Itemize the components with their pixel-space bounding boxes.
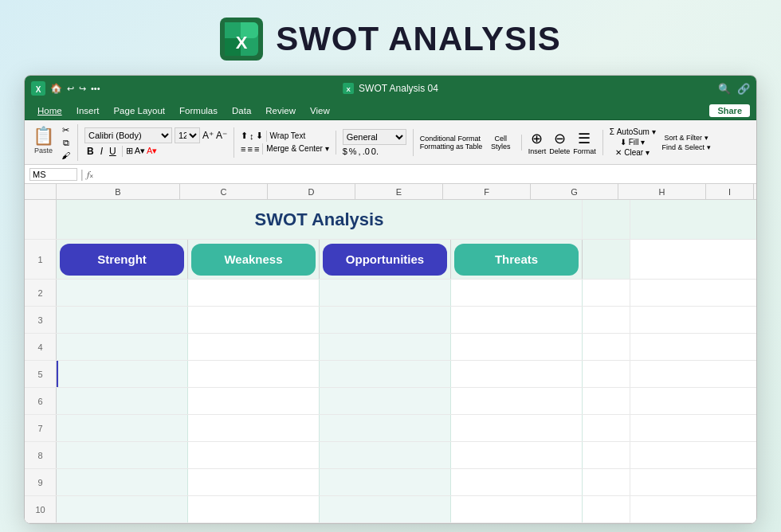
- border-button[interactable]: ⊞: [126, 146, 133, 156]
- insert-cells-button[interactable]: ⊕Insert: [528, 130, 547, 155]
- data-cell-c7[interactable]: [188, 415, 320, 441]
- menu-review[interactable]: Review: [259, 104, 302, 117]
- format-cells-button[interactable]: ☰Format: [573, 130, 596, 155]
- align-left-button[interactable]: ≡: [241, 143, 245, 155]
- data-cell-b5[interactable]: [57, 361, 188, 387]
- col-header-f[interactable]: F: [443, 184, 531, 199]
- cut-button[interactable]: ✂: [59, 124, 73, 136]
- data-cell-c4[interactable]: [188, 334, 320, 360]
- format-painter-button[interactable]: 🖌: [59, 150, 73, 161]
- data-cell-d10[interactable]: [320, 496, 451, 522]
- col-header-h[interactable]: H: [618, 184, 706, 199]
- data-cell-e10[interactable]: [451, 496, 583, 522]
- decimal-decrease-button[interactable]: 0.: [371, 147, 379, 156]
- redo-icon[interactable]: ↪: [79, 84, 86, 94]
- menu-view[interactable]: View: [304, 104, 336, 117]
- percent-button[interactable]: %: [349, 147, 357, 156]
- data-cell-c8[interactable]: [188, 442, 320, 468]
- data-cell-e7[interactable]: [451, 415, 583, 441]
- data-cell-b9[interactable]: [57, 469, 188, 495]
- data-cell-d8[interactable]: [320, 442, 451, 468]
- data-cell-d4[interactable]: [320, 334, 451, 360]
- align-bottom-button[interactable]: ⬇: [256, 131, 263, 142]
- formula-input[interactable]: [100, 170, 752, 179]
- underline-button[interactable]: U: [107, 145, 119, 158]
- merge-center-button[interactable]: Merge & Center ▾: [266, 143, 328, 155]
- data-cell-b4[interactable]: [57, 334, 188, 360]
- copy-button[interactable]: ⧉: [59, 137, 73, 149]
- col-header-i[interactable]: I: [706, 184, 754, 199]
- share-button[interactable]: Share: [709, 104, 750, 117]
- data-cell-c3[interactable]: [188, 307, 320, 333]
- col-header-e[interactable]: E: [355, 184, 443, 199]
- font-size-decrease-button[interactable]: A⁻: [216, 130, 227, 141]
- data-cell-d5[interactable]: [320, 361, 451, 387]
- currency-button[interactable]: $: [343, 147, 347, 156]
- autosum-button[interactable]: Σ AutoSum ▾: [610, 127, 656, 136]
- data-cell-e6[interactable]: [451, 388, 583, 414]
- data-cell-b8[interactable]: [57, 442, 188, 468]
- col-header-d[interactable]: D: [268, 184, 355, 199]
- comma-button[interactable]: ,: [359, 147, 361, 156]
- data-cell-e3[interactable]: [451, 307, 583, 333]
- paste-button[interactable]: 📋 Paste: [29, 124, 57, 156]
- align-center-button[interactable]: ≡: [247, 143, 252, 155]
- data-cell-c2[interactable]: [188, 280, 320, 306]
- strength-header-btn[interactable]: Strenght: [60, 244, 184, 276]
- number-format-select[interactable]: General: [343, 129, 406, 145]
- undo-icon[interactable]: ↩: [67, 84, 74, 94]
- more-icon[interactable]: •••: [91, 84, 100, 93]
- data-cell-c6[interactable]: [188, 388, 320, 414]
- search-icon[interactable]: 🔍: [718, 83, 731, 95]
- align-top-button[interactable]: ⬆: [241, 131, 248, 142]
- menu-home[interactable]: Home: [31, 104, 69, 117]
- data-cell-e4[interactable]: [451, 334, 583, 360]
- cell-styles-button[interactable]: Cell Styles: [487, 135, 515, 151]
- fill-color-button[interactable]: A▾: [135, 146, 145, 156]
- weakness-header-btn[interactable]: Weakness: [191, 244, 316, 276]
- data-cell-c10[interactable]: [188, 496, 320, 522]
- menu-page-layout[interactable]: Page Layout: [107, 104, 171, 117]
- data-cell-d7[interactable]: [320, 415, 451, 441]
- share-link-icon[interactable]: 🔗: [737, 83, 750, 95]
- data-cell-d9[interactable]: [320, 469, 451, 495]
- font-name-select[interactable]: Calibri (Body): [84, 127, 172, 143]
- data-cell-c5[interactable]: [188, 361, 320, 387]
- data-cell-b2[interactable]: [57, 280, 188, 306]
- data-cell-e8[interactable]: [451, 442, 583, 468]
- font-size-increase-button[interactable]: A⁺: [202, 130, 214, 141]
- data-cell-b3[interactable]: [57, 307, 188, 333]
- data-cell-d2[interactable]: [320, 280, 451, 306]
- data-cell-e2[interactable]: [451, 280, 583, 306]
- data-cell-e9[interactable]: [451, 469, 583, 495]
- opportunities-header-btn[interactable]: Opportunities: [323, 244, 447, 276]
- col-header-g[interactable]: G: [531, 184, 618, 199]
- menu-data[interactable]: Data: [226, 104, 257, 117]
- font-color-button[interactable]: A▾: [147, 146, 157, 156]
- align-right-button[interactable]: ≡: [254, 143, 259, 155]
- wrap-text-button[interactable]: Wrap Text: [270, 131, 306, 142]
- font-size-select[interactable]: 12: [175, 127, 200, 143]
- data-cell-b7[interactable]: [57, 415, 188, 441]
- menu-insert[interactable]: Insert: [70, 104, 106, 117]
- decimal-increase-button[interactable]: .0: [363, 147, 370, 156]
- home-icon[interactable]: 🏠: [50, 83, 62, 94]
- format-as-table-button[interactable]: Format as Table: [453, 135, 485, 151]
- data-cell-e5[interactable]: [451, 361, 583, 387]
- col-header-c[interactable]: C: [180, 184, 268, 199]
- sort-filter-button[interactable]: Sort & Filter ▾: [662, 134, 711, 142]
- threats-header-btn[interactable]: Threats: [454, 244, 579, 276]
- menu-formulas[interactable]: Formulas: [173, 104, 224, 117]
- bold-button[interactable]: B: [84, 145, 96, 158]
- italic-button[interactable]: I: [98, 145, 105, 158]
- conditional-formatting-button[interactable]: Conditional Formatting: [420, 135, 452, 151]
- fill-button[interactable]: ⬇ Fill ▾: [610, 138, 656, 147]
- data-cell-b6[interactable]: [57, 388, 188, 414]
- data-cell-d3[interactable]: [320, 307, 451, 333]
- find-select-button[interactable]: Find & Select ▾: [662, 143, 711, 151]
- col-header-b[interactable]: B: [57, 184, 180, 199]
- delete-cells-button[interactable]: ⊖Delete: [549, 130, 570, 155]
- align-middle-button[interactable]: ↕: [249, 131, 254, 142]
- data-cell-b10[interactable]: [57, 496, 188, 522]
- cell-reference-input[interactable]: [29, 168, 77, 181]
